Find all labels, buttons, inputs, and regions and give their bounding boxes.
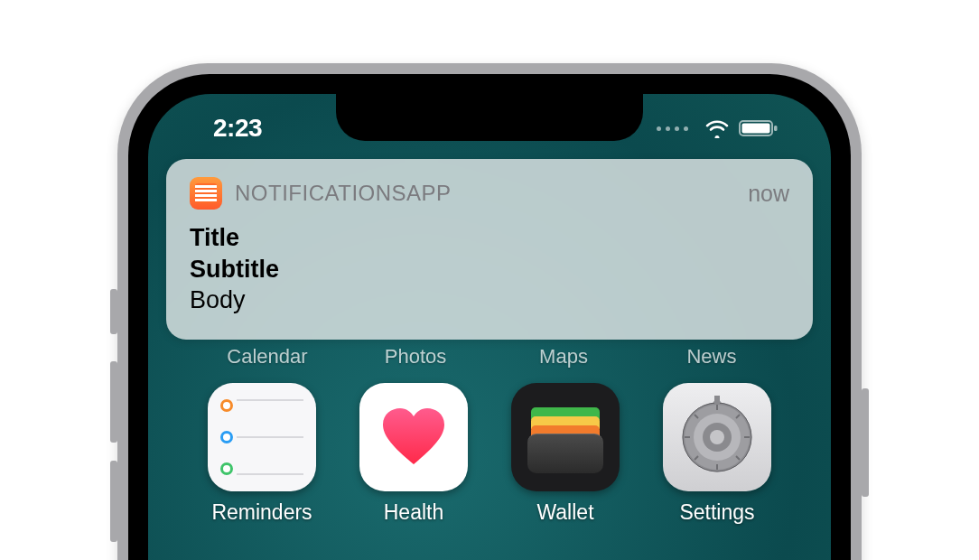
status-right [657,118,779,138]
wallet-icon [511,383,620,491]
app-health[interactable]: Health [350,383,477,525]
dot-icon [220,462,233,475]
phone-frame: 2:23 [117,63,862,560]
app-wallet[interactable]: Wallet [502,383,629,525]
app-label: Photos [348,345,483,369]
app-settings[interactable]: Settings [654,383,780,525]
app-label: News [644,345,779,369]
app-label: Reminders [211,500,312,525]
svg-rect-1 [742,124,770,134]
screen: 2:23 [148,94,831,560]
wifi-icon [704,118,730,138]
heart-icon [381,408,446,466]
app-label: Calendar [200,345,335,369]
notch [336,94,643,141]
notification-app-icon [190,177,222,210]
app-label: Wallet [536,500,593,525]
notification-title: Title [190,222,789,254]
notification-timestamp: now [748,181,789,207]
power-button[interactable] [862,388,869,497]
app-label: Health [384,500,443,525]
status-time: 2:23 [213,114,262,143]
wallet-slot-icon [527,434,603,473]
notification-banner[interactable]: NOTIFICATIONSAPP now Title Subtitle Body [166,159,813,340]
notification-app-name: NOTIFICATIONSAPP [235,181,452,206]
notification-header: NOTIFICATIONSAPP now [190,177,789,210]
gear-icon [674,394,760,481]
svg-point-10 [710,430,724,444]
dot-icon [220,399,233,412]
reminders-icon [208,383,316,491]
app-reminders[interactable]: Reminders [199,383,325,525]
health-icon [359,383,468,491]
app-label: Maps [496,345,631,369]
notification-content: Title Subtitle Body [190,222,789,316]
volume-down-button[interactable] [110,461,117,542]
background-app-row-labels: Calendar Photos Maps News [148,345,831,369]
dot-icon [220,431,233,443]
page-indicator-dots [657,126,688,131]
volume-up-button[interactable] [110,361,117,443]
calendar-grid-icon [195,183,217,203]
mute-switch[interactable] [110,289,117,334]
app-label: Settings [679,500,754,525]
battery-icon [739,119,779,137]
notification-body: Body [190,285,789,316]
svg-rect-2 [774,126,778,131]
notification-subtitle: Subtitle [190,254,789,285]
settings-icon [663,383,771,491]
app-row: Reminders [148,383,831,525]
phone-bezel: 2:23 [128,74,851,560]
